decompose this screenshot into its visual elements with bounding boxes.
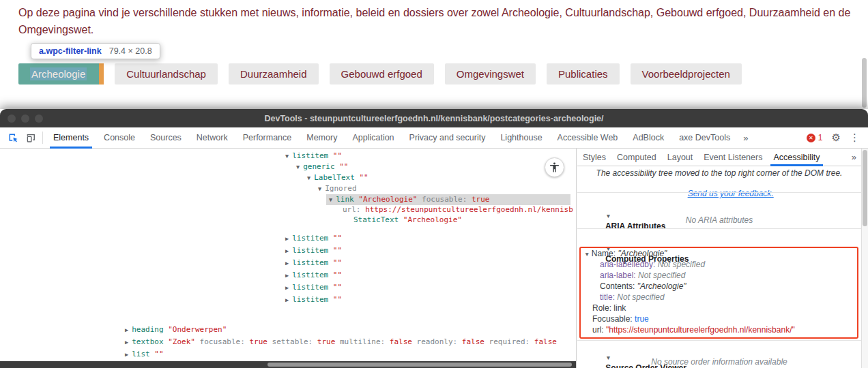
- tab-privacy-and-security[interactable]: Privacy and security: [402, 127, 493, 149]
- tab-axe-devtools[interactable]: axe DevTools: [671, 127, 738, 149]
- contents-row: Contents: "Archeologie": [600, 281, 686, 292]
- devtools-vertical-scrollbar: [861, 149, 868, 368]
- devtools-titlebar: DevTools - steunpuntcultureelerfgoednh.n…: [0, 109, 868, 127]
- tab-memory[interactable]: Memory: [299, 127, 345, 149]
- tree-node-textbox[interactable]: ▶ textbox "Zoek" focusable: true settabl…: [125, 337, 557, 348]
- toolbar-divider: [42, 132, 43, 144]
- window-zoom-button[interactable]: [35, 114, 43, 123]
- role-row: Role: link: [592, 303, 626, 313]
- tree-node-ignored[interactable]: ▼ Ignored: [318, 183, 357, 194]
- focusable-row: Focusable: true: [592, 314, 649, 324]
- tree-node-listitem[interactable]: ▶ listitem "": [285, 245, 342, 256]
- accessibility-tree-button[interactable]: [545, 157, 564, 177]
- tree-horizontal-scrollbar: [0, 361, 577, 368]
- computed-name-row[interactable]: ▼ Name: "Archeologie": [584, 249, 667, 259]
- tab-accessible-web[interactable]: Accessible Web: [550, 127, 626, 149]
- tree-node-labeltext[interactable]: ▼ LabelText "": [307, 172, 368, 183]
- filter-button-voorbeeldprojecten[interactable]: Voorbeeldprojecten: [631, 63, 742, 85]
- tree-node-list[interactable]: ▶ list "": [125, 349, 164, 360]
- a11y-tree-notice: The accessibility tree moved to the top …: [577, 168, 861, 179]
- tab-adblock[interactable]: AdBlock: [625, 127, 671, 149]
- tree-node-link-selected[interactable]: ▼ link "Archeologie" focusable: true: [326, 194, 570, 205]
- tree-horizontal-scrollbar-thumb[interactable]: [267, 363, 572, 367]
- inspect-tooltip: a.wpc-filter-link 79.4 × 20.8: [31, 43, 160, 59]
- tree-node-listitem[interactable]: ▶ listitem "": [285, 258, 342, 269]
- url-row: url: "https://steunpuntcultureelerfgoedn…: [592, 325, 795, 335]
- tab-lighthouse[interactable]: Lighthouse: [493, 127, 549, 149]
- tree-node-statictext[interactable]: StaticText "Archeologie": [353, 215, 462, 226]
- sidebar-tab-computed[interactable]: Computed: [611, 149, 662, 166]
- filter-button-archeologie[interactable]: Archeologie: [18, 63, 104, 85]
- sidebar-tab-styles[interactable]: Styles: [577, 149, 611, 166]
- tab-network[interactable]: Network: [189, 127, 235, 149]
- settings-gear-icon[interactable]: ⚙: [832, 132, 841, 144]
- tree-node-listitem[interactable]: ▶ listitem "": [285, 294, 342, 305]
- tree-node-listitem[interactable]: ▶ listitem "": [285, 270, 342, 281]
- filter-button-label: Archeologie: [30, 67, 87, 80]
- tree-node-listitem[interactable]: ▼ listitem "": [285, 151, 342, 162]
- section-divider: [577, 228, 861, 229]
- inspect-tooltip-dimensions: 79.4 × 20.8: [109, 46, 152, 56]
- tree-node-generic[interactable]: ▼ generic "": [296, 162, 348, 172]
- filter-button-row: Archeologie Cultuurlandschap Duurzaamhei…: [18, 63, 742, 85]
- sidebar-tab-event-listeners[interactable]: Event Listeners: [698, 149, 768, 166]
- elements-tree-panel: ▼ listitem "" ▼ generic "" ▼ LabelText "…: [0, 149, 577, 368]
- filter-button-duurzaamheid[interactable]: Duurzaamheid: [229, 63, 319, 85]
- tree-node-listitem[interactable]: ▶ listitem "": [285, 233, 342, 244]
- tab-console[interactable]: Console: [96, 127, 143, 149]
- tab-elements[interactable]: Elements: [46, 127, 96, 149]
- devtools-window: DevTools - steunpuntcultureelerfgoednh.n…: [0, 109, 868, 368]
- section-divider: [577, 192, 861, 193]
- error-icon: ✕: [807, 134, 815, 142]
- aria-empty-message: No ARIA attributes: [577, 215, 861, 226]
- screenshot-root: Op deze pagina vind je verschillende stu…: [0, 0, 868, 368]
- more-options-icon[interactable]: ⋮: [850, 132, 860, 144]
- sidebar-tab-accessibility[interactable]: Accessibility: [768, 149, 825, 166]
- devtools-toolbar: Elements Console Sources Network Perform…: [0, 127, 868, 149]
- filter-button-omgevingswet[interactable]: Omgevingswet: [445, 63, 536, 85]
- aria-label-row: aria-label: Not specified: [600, 271, 685, 281]
- accessibility-sidebar: Styles Computed Layout Event Listeners A…: [577, 149, 861, 368]
- inspect-element-icon[interactable]: [4, 128, 22, 147]
- source-order-empty-message: No source order information available: [577, 357, 861, 367]
- sidebar-more-tabs-icon[interactable]: »: [847, 152, 861, 162]
- inspect-element-icon-svg: [8, 132, 19, 144]
- intro-paragraph: Op deze pagina vind je verschillende stu…: [0, 0, 868, 39]
- devtools-content: ▼ listitem "" ▼ generic "" ▼ LabelText "…: [0, 149, 868, 368]
- devtools-window-title: DevTools - steunpuntcultureelerfgoednh.n…: [264, 114, 603, 123]
- devtools-vertical-scrollbar-thumb[interactable]: [863, 150, 867, 226]
- feedback-link-wrap: Send us your feedback.: [577, 179, 861, 189]
- filter-button-publicaties[interactable]: Publicaties: [547, 63, 620, 85]
- accessibility-person-icon: [549, 162, 560, 173]
- webpage-content: Op deze pagina vind je verschillende stu…: [0, 0, 868, 109]
- toolbar-right-group: ✕ 1 ⚙ ⋮: [807, 132, 868, 144]
- title-row: title: Not specified: [600, 292, 665, 303]
- tab-application[interactable]: Application: [345, 127, 401, 149]
- window-minimize-button[interactable]: [21, 114, 29, 123]
- window-close-button[interactable]: [8, 114, 16, 123]
- filter-button-gebouwd-erfgoed[interactable]: Gebouwd erfgoed: [330, 63, 434, 85]
- more-tabs-icon[interactable]: »: [738, 133, 753, 143]
- tree-node-listitem[interactable]: ▶ listitem "": [285, 282, 342, 293]
- aria-attributes-header[interactable]: ▼ ARIA Attributes: [583, 200, 665, 211]
- send-feedback-link[interactable]: Send us your feedback.: [688, 189, 774, 198]
- tab-performance[interactable]: Performance: [235, 127, 300, 149]
- source-order-viewer-header[interactable]: ▼ Source Order Viewer: [583, 342, 686, 352]
- error-count: 1: [818, 133, 823, 142]
- inspect-tooltip-selector: a.wpc-filter-link: [39, 46, 102, 56]
- tree-node-url[interactable]: url: https://steunpuntcultureelerfgoednh…: [343, 204, 573, 215]
- computed-properties-header[interactable]: ▼ Computed Properties: [583, 233, 689, 243]
- tab-sources[interactable]: Sources: [143, 127, 189, 149]
- filter-button-cultuurlandschap[interactable]: Cultuurlandschap: [115, 63, 218, 85]
- device-toolbar-icon[interactable]: [22, 128, 40, 147]
- sidebar-tab-layout[interactable]: Layout: [662, 149, 699, 166]
- page-scrollbar-thumb[interactable]: [862, 58, 867, 108]
- device-toolbar-icon-svg: [25, 132, 37, 144]
- sidebar-tabs: Styles Computed Layout Event Listeners A…: [577, 149, 861, 166]
- aria-labelledby-row: aria-labelledby: Not specified: [600, 260, 705, 270]
- tree-node-heading[interactable]: ▶ heading "Onderwerpen": [125, 324, 227, 335]
- section-divider: [577, 340, 861, 341]
- error-count-badge[interactable]: ✕ 1: [807, 133, 823, 142]
